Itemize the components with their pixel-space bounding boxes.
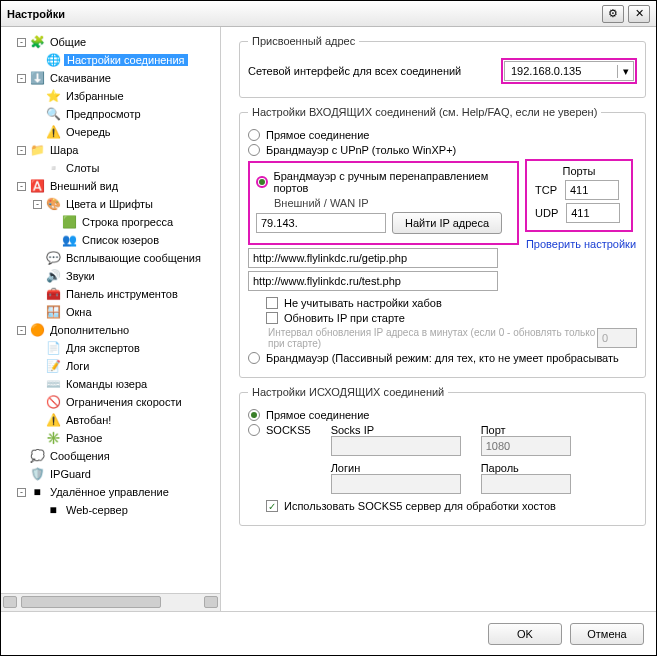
- sidebar-scrollbar[interactable]: [1, 593, 220, 611]
- tree-node-icon: 📄: [45, 340, 61, 356]
- udp-port-input[interactable]: [566, 203, 620, 223]
- iface-value: 192.168.0.135: [505, 65, 617, 77]
- tree-node-label: Ограничения скорости: [64, 396, 184, 408]
- tree-item[interactable]: -📁Шара: [3, 141, 218, 159]
- chk-no-hub-label: Не учитывать настройки хабов: [284, 297, 442, 309]
- tree-node-icon: 🌐: [45, 52, 61, 68]
- tree-item[interactable]: -🎨Цвета и Шрифты: [3, 195, 218, 213]
- scroll-left-icon[interactable]: [3, 596, 17, 608]
- tree-twisty-icon[interactable]: -: [33, 200, 42, 209]
- tree-twisty-icon[interactable]: -: [17, 488, 26, 497]
- test-url-input[interactable]: [248, 271, 498, 291]
- tree-item[interactable]: 🛡️IPGuard: [3, 465, 218, 483]
- tree-item[interactable]: 📄Для экспертов: [3, 339, 218, 357]
- tree-node-icon: ✳️: [45, 430, 61, 446]
- tree-item[interactable]: 💬Всплывающие сообщения: [3, 249, 218, 267]
- radio-out-socks5-label: SOCKS5: [266, 424, 311, 436]
- ports-title: Порты: [535, 165, 623, 177]
- socks-login-input: [331, 474, 461, 494]
- find-ip-button[interactable]: Найти IP адреса: [392, 212, 502, 234]
- radio-manual[interactable]: [256, 176, 268, 188]
- tree-item[interactable]: 🚫Ограничения скорости: [3, 393, 218, 411]
- chevron-down-icon: ▾: [617, 65, 633, 78]
- settings-window: Настройки ⚙ ✕ -🧩Общие🌐Настройки соединен…: [0, 0, 657, 656]
- tree-item[interactable]: 🌐Настройки соединения: [3, 51, 218, 69]
- tree-item[interactable]: 🔍Предпросмотр: [3, 105, 218, 123]
- tree-node-label: Цвета и Шрифты: [64, 198, 155, 210]
- udp-label: UDP: [535, 207, 558, 219]
- tree-item[interactable]: -■Удалённое управление: [3, 483, 218, 501]
- tree-node-label: Web-сервер: [64, 504, 130, 516]
- tree-node-icon: 🛡️: [29, 466, 45, 482]
- tree-node-label: Избранные: [64, 90, 126, 102]
- chk-no-hub-override[interactable]: [266, 297, 278, 309]
- scroll-right-icon[interactable]: [204, 596, 218, 608]
- socks-port-input: [481, 436, 571, 456]
- tree-item[interactable]: 🟩Строка прогресса: [3, 213, 218, 231]
- tree-twisty-icon[interactable]: -: [17, 74, 26, 83]
- tree-item[interactable]: ⚠️Очередь: [3, 123, 218, 141]
- tree-item[interactable]: ⭐Избранные: [3, 87, 218, 105]
- close-icon[interactable]: ✕: [628, 5, 650, 23]
- chk-update-on-start[interactable]: [266, 312, 278, 324]
- tree-item[interactable]: -⬇️Скачивание: [3, 69, 218, 87]
- tree-twisty-icon[interactable]: -: [17, 38, 26, 47]
- getip-url-input[interactable]: [248, 248, 498, 268]
- tree-twisty-icon[interactable]: -: [17, 326, 26, 335]
- radio-direct-label: Прямое соединение: [266, 129, 369, 141]
- tree-twisty-icon[interactable]: -: [17, 146, 26, 155]
- tree-node-label: Настройки соединения: [64, 54, 188, 66]
- socks-pass-input: [481, 474, 571, 494]
- gear-icon[interactable]: ⚙: [602, 5, 624, 23]
- tree-item[interactable]: ⌨️Команды юзера: [3, 375, 218, 393]
- settings-panel: Присвоенный адрес Сетевой интерфейс для …: [221, 27, 656, 611]
- tree-item[interactable]: ■Web-сервер: [3, 501, 218, 519]
- iface-select[interactable]: 192.168.0.135 ▾: [504, 61, 634, 81]
- wan-ip-input[interactable]: [256, 213, 386, 233]
- chk-socks-resolve[interactable]: ✓: [266, 500, 278, 512]
- radio-passive-label: Брандмауэр (Пассивный режим: для тех, кт…: [266, 352, 619, 364]
- tree-item[interactable]: 👥Список юзеров: [3, 231, 218, 249]
- tree-item[interactable]: -🟠Дополнительно: [3, 321, 218, 339]
- check-settings-link[interactable]: Проверить настройки: [525, 238, 637, 250]
- tree-item[interactable]: 🧰Панель инструментов: [3, 285, 218, 303]
- tree-item[interactable]: -🅰️Внешний вид: [3, 177, 218, 195]
- interval-note: Интервал обновления IP адреса в минутах …: [268, 327, 597, 349]
- socks-ip-input: [331, 436, 461, 456]
- tree-item[interactable]: 💭Сообщения: [3, 447, 218, 465]
- tcp-label: TCP: [535, 184, 557, 196]
- tree-node-icon: 🧩: [29, 34, 45, 50]
- radio-out-direct[interactable]: [248, 409, 260, 421]
- radio-out-socks5[interactable]: [248, 424, 260, 436]
- radio-upnp[interactable]: [248, 144, 260, 156]
- radio-passive[interactable]: [248, 352, 260, 364]
- tree-item[interactable]: 🔊Звуки: [3, 267, 218, 285]
- ok-button[interactable]: OK: [488, 623, 562, 645]
- tree-node-label: Шара: [48, 144, 80, 156]
- cancel-button[interactable]: Отмена: [570, 623, 644, 645]
- radio-direct[interactable]: [248, 129, 260, 141]
- tree-node-label: Разное: [64, 432, 104, 444]
- tree-node-label: Сообщения: [48, 450, 112, 462]
- tree-item[interactable]: ▫️Слоты: [3, 159, 218, 177]
- tree-node-icon: ■: [45, 502, 61, 518]
- scroll-thumb[interactable]: [21, 596, 161, 608]
- tree-item[interactable]: ⚠️Автобан!: [3, 411, 218, 429]
- socks-pass-label: Пароль: [481, 462, 571, 474]
- socks-ip-label: Socks IP: [331, 424, 461, 436]
- tree-node-label: Всплывающие сообщения: [64, 252, 203, 264]
- outgoing-legend: Настройки ИСХОДЯЩИХ соединений: [248, 386, 448, 398]
- wan-ip-label: Внешний / WAN IP: [274, 197, 369, 209]
- tree-twisty-icon[interactable]: -: [17, 182, 26, 191]
- tree-item[interactable]: -🧩Общие: [3, 33, 218, 51]
- radio-manual-label: Брандмауэр с ручным перенаправлением пор…: [274, 170, 511, 194]
- tcp-port-input[interactable]: [565, 180, 619, 200]
- tree-node-label: Автобан!: [64, 414, 113, 426]
- tree-node-icon: 🪟: [45, 304, 61, 320]
- tree-item[interactable]: ✳️Разное: [3, 429, 218, 447]
- tree-item[interactable]: 🪟Окна: [3, 303, 218, 321]
- tree-item[interactable]: 📝Логи: [3, 357, 218, 375]
- tree-node-label: Удалённое управление: [48, 486, 171, 498]
- tree-node-label: Скачивание: [48, 72, 113, 84]
- ports-box: Порты TCP UDP: [525, 159, 633, 232]
